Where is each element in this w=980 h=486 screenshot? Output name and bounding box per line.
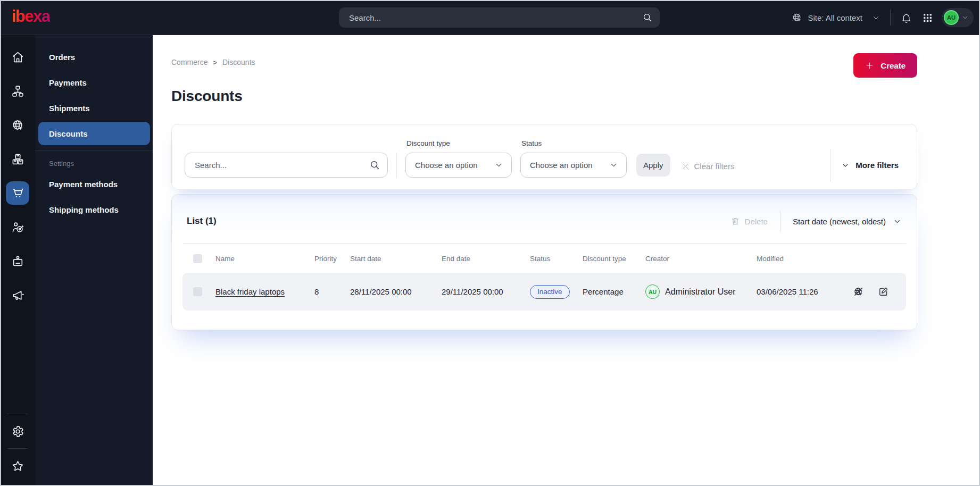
clear-filters-button[interactable]: Clear filters: [682, 162, 735, 171]
rail-divider: [7, 414, 28, 414]
chevron-down-icon: [872, 14, 880, 22]
breadcrumb-commerce[interactable]: Commerce: [171, 58, 207, 66]
row-actions: [853, 286, 895, 297]
main-content: Commerce > Discounts Create Discounts: [153, 35, 980, 486]
commerce-submenu: Orders Payments Shipments Discounts Sett…: [35, 35, 153, 486]
plus-icon: [865, 61, 874, 70]
sidebar-item-label: Orders: [49, 53, 75, 62]
discount-type-cell: Percentage: [583, 287, 645, 296]
filter-search-input[interactable]: [185, 153, 388, 178]
main-nav-rail: [0, 35, 35, 486]
star-icon: [11, 459, 24, 473]
global-search-input[interactable]: [339, 7, 660, 28]
more-filters-button[interactable]: More filters: [841, 161, 899, 170]
status-select[interactable]: Choose an option: [520, 153, 627, 178]
create-button-label: Create: [881, 61, 906, 70]
chevron-down-icon: [609, 161, 618, 170]
customer-target-icon: [11, 221, 24, 234]
chevron-down-icon: [494, 161, 503, 170]
sidebar-item-label: Shipments: [49, 104, 90, 113]
user-menu[interactable]: AU: [942, 8, 974, 27]
column-header-modified: Modified: [757, 255, 853, 263]
create-button[interactable]: Create: [853, 53, 917, 78]
nav-content-tree[interactable]: [6, 79, 29, 103]
site-context-selector[interactable]: Site: All context: [792, 12, 880, 23]
discount-type-field: Discount type Choose an option: [405, 138, 512, 178]
nav-product-catalog[interactable]: [6, 147, 29, 171]
select-all-checkbox[interactable]: [193, 254, 202, 263]
status-field: Status Choose an option: [520, 138, 627, 178]
chevron-down-icon: [961, 14, 969, 21]
notifications-bell-icon[interactable]: [901, 12, 912, 23]
nav-campaigns[interactable]: [6, 283, 29, 307]
topbar: ibexa Site: All context: [0, 0, 980, 35]
status-badge: Inactive: [530, 285, 570, 299]
edit-icon[interactable]: [878, 286, 889, 297]
site-context-label: Site: All context: [808, 13, 862, 22]
tools-divider: [780, 210, 780, 232]
apply-button[interactable]: Apply: [636, 154, 670, 177]
column-header-start-date: Start date: [350, 255, 442, 263]
settings-section-heading: Settings: [38, 151, 150, 172]
cart-icon: [11, 187, 24, 200]
sidebar-item-payment-methods[interactable]: Payment methods: [38, 172, 150, 196]
modified-cell: 03/06/2025 11:26: [757, 287, 853, 296]
row-checkbox[interactable]: [193, 287, 202, 296]
breadcrumb-separator: >: [213, 58, 217, 66]
column-header-discount-type: Discount type: [583, 255, 645, 263]
nav-bookmarks[interactable]: [6, 454, 29, 477]
nav-customer-portal[interactable]: [6, 215, 29, 239]
preview-disabled-icon[interactable]: [853, 286, 864, 297]
sidebar-item-label: Discounts: [49, 129, 88, 138]
sidebar-item-label: Payments: [49, 78, 87, 87]
column-header-priority: Priority: [314, 255, 350, 263]
sort-dropdown-label: Start date (newest, oldest): [793, 217, 886, 226]
clear-x-icon: [682, 162, 690, 170]
column-header-end-date: End date: [442, 255, 530, 263]
nav-site[interactable]: [6, 113, 29, 137]
sort-dropdown[interactable]: Start date (newest, oldest): [793, 217, 902, 226]
nav-home[interactable]: [6, 45, 29, 69]
column-header-name: Name: [215, 255, 314, 263]
ibexa-logo: ibexa: [12, 7, 50, 26]
discounts-list-panel: List (1) Delete Start date (newest, olde…: [171, 194, 917, 330]
chevron-down-icon: [893, 217, 902, 226]
globe-icon: [792, 12, 802, 23]
nav-settings[interactable]: [6, 420, 29, 443]
page-title: Discounts: [171, 88, 917, 105]
discount-type-label: Discount type: [406, 138, 512, 149]
status-value: Choose an option: [530, 161, 593, 170]
discount-type-select[interactable]: Choose an option: [405, 153, 512, 178]
column-header-status: Status: [530, 255, 583, 263]
discount-type-value: Choose an option: [415, 161, 478, 170]
content-tree-icon: [11, 85, 24, 98]
delete-button[interactable]: Delete: [730, 216, 768, 226]
search-icon[interactable]: [642, 12, 653, 23]
trash-icon: [730, 216, 740, 226]
filter-divider: [830, 149, 830, 182]
delete-button-label: Delete: [745, 217, 768, 226]
creator-name: Administrator User: [665, 287, 735, 297]
list-title: List (1): [187, 216, 217, 227]
table-header: Name Priority Start date End date Status…: [182, 248, 906, 269]
nav-commerce[interactable]: [6, 181, 29, 205]
user-avatar: AU: [944, 10, 959, 25]
sidebar-item-shipping-methods[interactable]: Shipping methods: [38, 198, 150, 221]
sidebar-item-label: Shipping methods: [49, 205, 119, 214]
sidebar-item-shipments[interactable]: Shipments: [38, 96, 150, 120]
gear-icon: [11, 425, 24, 438]
status-label: Status: [521, 138, 627, 149]
nav-members[interactable]: [6, 249, 29, 273]
sidebar-item-payments[interactable]: Payments: [38, 71, 150, 94]
app-grid-icon[interactable]: [922, 12, 933, 23]
search-icon[interactable]: [369, 160, 380, 171]
sidebar-item-discounts[interactable]: Discounts: [38, 122, 150, 145]
filters-panel: Discount type Choose an option Status Ch…: [171, 124, 917, 190]
megaphone-icon: [11, 289, 24, 302]
priority-cell: 8: [314, 287, 350, 296]
sidebar-item-orders[interactable]: Orders: [38, 45, 150, 69]
chevron-down-icon: [841, 161, 850, 170]
discount-name-link[interactable]: Black friday laptops: [215, 287, 285, 296]
creator-cell: AU Administrator User: [645, 284, 757, 299]
end-date-cell: 29/11/2025 00:00: [442, 287, 530, 296]
